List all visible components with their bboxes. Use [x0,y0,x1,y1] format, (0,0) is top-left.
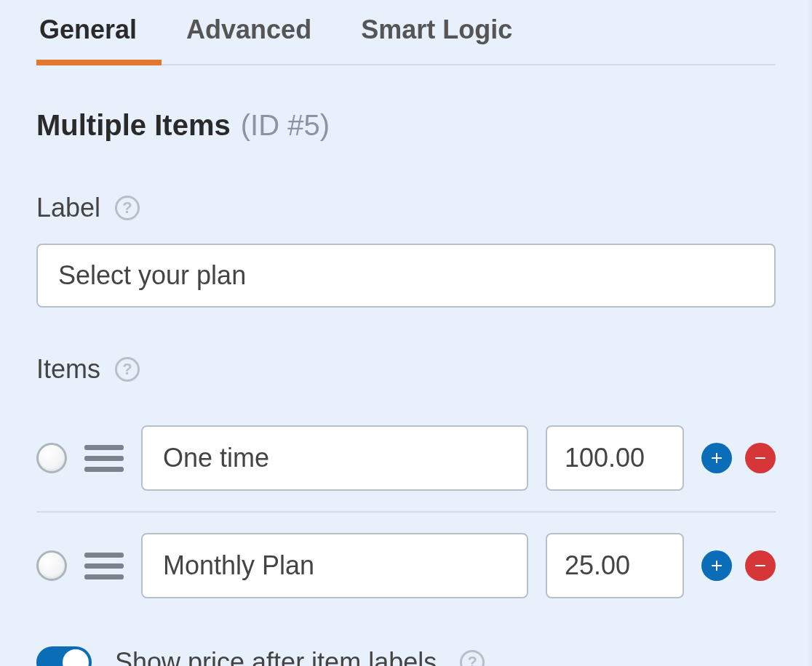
add-item-button[interactable] [701,443,732,473]
items-field-group: Items ? [36,354,776,619]
plus-icon [709,558,724,573]
remove-item-button[interactable] [745,550,776,581]
tabs: General Advanced Smart Logic [36,0,776,65]
section-id: (ID #5) [241,109,330,142]
tab-advanced[interactable]: Advanced [183,7,314,64]
minus-icon [753,558,768,573]
section-title-text: Multiple Items [36,109,231,142]
help-icon[interactable]: ? [460,650,485,666]
help-icon[interactable]: ? [115,357,140,382]
show-price-toggle[interactable] [36,646,92,666]
help-icon[interactable]: ? [115,196,140,220]
item-radio[interactable] [36,550,67,581]
minus-icon [753,451,768,465]
tab-general[interactable]: General [36,7,140,64]
remove-item-button[interactable] [745,443,776,473]
drag-handle-icon[interactable] [84,550,124,581]
item-price-input[interactable] [546,533,684,598]
item-row [36,405,776,511]
toggle-knob [63,649,89,666]
item-name-input[interactable] [141,533,528,598]
add-item-button[interactable] [701,550,732,581]
label-input[interactable] [36,244,776,308]
item-price-input[interactable] [546,425,684,491]
section-title: Multiple Items (ID #5) [36,109,776,142]
label-field-heading: Label [36,193,100,223]
label-field-group: Label ? [36,193,776,308]
drag-handle-icon[interactable] [84,443,124,473]
item-radio[interactable] [36,443,67,473]
right-edge-decoration [808,0,812,666]
item-name-input[interactable] [141,425,528,491]
items-field-heading: Items [36,354,100,385]
tab-smart-logic[interactable]: Smart Logic [358,7,515,64]
plus-icon [709,451,724,465]
item-row [36,511,776,619]
show-price-toggle-row: Show price after item labels ? [36,646,776,666]
show-price-toggle-label: Show price after item labels [115,647,437,666]
